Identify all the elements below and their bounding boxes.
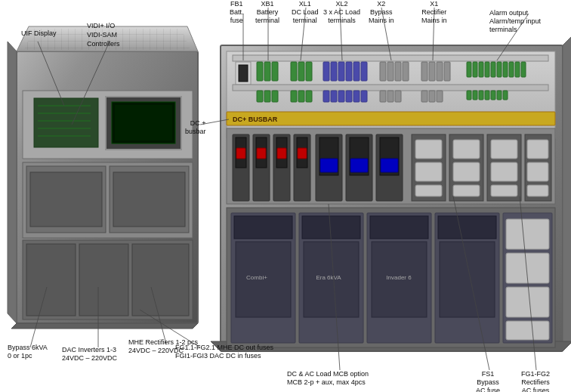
svg-rect-99 [276,137,287,168]
svg-rect-143 [438,216,496,239]
svg-rect-109 [350,159,368,172]
svg-rect-79 [421,91,427,102]
label-x2: X2 Bypass Mains in [369,0,394,24]
svg-rect-66 [272,91,278,102]
svg-rect-19 [113,172,185,227]
svg-rect-115 [415,162,442,181]
svg-rect-96 [256,137,267,168]
svg-rect-81 [437,91,443,102]
svg-rect-71 [331,91,337,102]
svg-rect-111 [380,137,399,175]
svg-rect-94 [236,148,245,159]
svg-rect-29 [227,51,555,138]
svg-rect-40 [331,62,337,81]
svg-rect-98 [273,134,290,201]
svg-rect-112 [381,159,398,172]
svg-line-150 [38,42,64,106]
svg-text:Era 6kVA: Era 6kVA [316,274,341,281]
svg-rect-87 [497,91,502,100]
svg-rect-124 [491,185,517,196]
svg-rect-149 [506,321,549,340]
svg-rect-60 [509,62,514,77]
svg-rect-107 [346,134,372,201]
svg-rect-80 [429,91,435,102]
svg-rect-89 [227,112,555,125]
svg-rect-101 [294,134,310,201]
svg-rect-68 [298,91,304,102]
svg-rect-33 [257,62,263,81]
label-dc-ac-load: DC & AC Load MCB option MCB 2-p + aux, m… [287,370,369,387]
svg-rect-76 [380,91,386,102]
svg-text:Combi+: Combi+ [246,274,267,281]
label-fg1-fg2-rect: FG1-FG2 Rectifiers AC fuses [521,370,550,392]
svg-rect-16 [26,166,106,233]
svg-rect-70 [323,91,329,102]
svg-rect-58 [497,62,502,77]
svg-rect-26 [221,45,563,351]
svg-rect-62 [521,62,526,77]
svg-rect-74 [353,91,360,102]
svg-rect-86 [491,91,495,100]
svg-rect-82 [467,91,471,100]
svg-rect-134 [299,213,363,343]
svg-rect-108 [350,137,369,175]
svg-rect-20 [23,240,193,319]
svg-rect-136 [304,242,359,317]
svg-rect-91 [227,128,555,204]
svg-rect-53 [467,62,471,77]
label-xl1: XL1 DC Load terminal [292,0,319,24]
svg-marker-25 [11,323,198,329]
svg-rect-88 [503,91,508,100]
svg-rect-147 [506,253,549,283]
svg-line-152 [30,287,47,347]
svg-rect-77 [387,91,394,102]
svg-line-164 [329,204,340,370]
label-vidi-io: VIDI+ I/O VIDI-SAM Controllers [87,21,120,48]
svg-rect-123 [491,162,517,181]
svg-rect-65 [264,91,270,102]
label-xb1: XB1 Battery terminal [255,0,279,24]
page-container: DC+ BUSBAR [0,0,571,392]
svg-rect-6 [34,98,98,147]
svg-text:Invader 6: Invader 6 [386,274,412,281]
diagram-svg: DC+ BUSBAR [0,0,571,392]
svg-rect-140 [372,242,427,317]
svg-rect-45 [380,62,386,81]
label-uif-display: UIF Display [21,29,57,38]
svg-rect-128 [527,185,548,196]
svg-rect-56 [485,62,489,77]
svg-rect-95 [253,134,270,201]
svg-rect-92 [233,134,249,201]
svg-rect-47 [395,62,401,81]
svg-text:DC+ BUSBAR: DC+ BUSBAR [233,116,278,123]
label-alarm-output: Alarm output Alarm/temp input terminals [489,9,541,33]
label-dac-inverters: DAC Inverters 1-3 24VDC – 220VDC [62,346,117,363]
svg-rect-144 [440,242,495,317]
svg-rect-17 [110,166,189,233]
svg-rect-83 [473,91,477,100]
svg-rect-117 [449,134,483,201]
svg-rect-135 [302,216,360,239]
svg-rect-48 [403,62,409,81]
svg-marker-24 [8,42,17,323]
svg-rect-22 [79,244,128,316]
svg-rect-139 [370,216,428,239]
svg-rect-114 [415,140,442,159]
svg-rect-132 [236,242,291,317]
svg-rect-30 [233,55,548,61]
svg-rect-59 [503,62,508,77]
svg-rect-39 [323,62,329,81]
svg-rect-14 [115,105,172,140]
svg-rect-52 [444,62,450,81]
svg-line-166 [520,196,536,370]
svg-rect-35 [272,62,278,81]
svg-rect-146 [506,219,549,249]
svg-rect-120 [453,185,480,196]
svg-rect-121 [487,134,521,201]
svg-rect-13 [112,102,175,144]
svg-rect-12 [106,97,181,150]
svg-rect-102 [297,137,307,168]
svg-rect-127 [527,162,548,181]
svg-rect-72 [338,91,344,102]
svg-rect-61 [515,62,520,77]
